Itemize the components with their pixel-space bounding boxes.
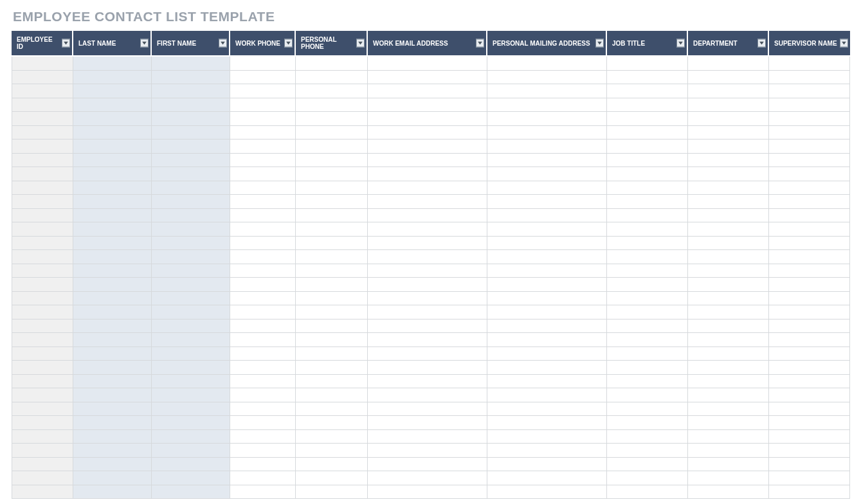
cell[interactable]	[12, 237, 73, 251]
cell[interactable]	[368, 333, 487, 347]
cell[interactable]	[688, 98, 769, 113]
cell[interactable]	[688, 195, 769, 209]
cell[interactable]	[230, 181, 296, 195]
cell[interactable]	[769, 84, 850, 98]
cell[interactable]	[487, 264, 607, 278]
cell[interactable]	[12, 458, 73, 472]
cell[interactable]	[296, 485, 368, 500]
cell[interactable]	[152, 209, 230, 223]
cell[interactable]	[296, 388, 368, 402]
filter-dropdown-icon[interactable]	[595, 39, 604, 48]
cell[interactable]	[607, 126, 688, 140]
cell[interactable]	[769, 388, 850, 402]
cell[interactable]	[368, 84, 487, 98]
cell[interactable]	[230, 292, 296, 306]
cell[interactable]	[73, 305, 152, 320]
cell[interactable]	[12, 292, 73, 306]
cell[interactable]	[152, 181, 230, 195]
cell[interactable]	[607, 57, 688, 71]
cell[interactable]	[12, 361, 73, 375]
cell[interactable]	[12, 416, 73, 430]
cell[interactable]	[230, 458, 296, 472]
cell[interactable]	[12, 98, 73, 113]
cell[interactable]	[152, 333, 230, 347]
cell[interactable]	[73, 154, 152, 168]
cell[interactable]	[230, 71, 296, 85]
cell[interactable]	[12, 209, 73, 223]
cell[interactable]	[769, 416, 850, 430]
cell[interactable]	[230, 430, 296, 444]
cell[interactable]	[296, 167, 368, 181]
cell[interactable]	[152, 444, 230, 458]
cell[interactable]	[368, 57, 487, 71]
cell[interactable]	[688, 167, 769, 181]
cell[interactable]	[152, 430, 230, 444]
cell[interactable]	[296, 222, 368, 237]
cell[interactable]	[769, 167, 850, 181]
cell[interactable]	[607, 167, 688, 181]
cell[interactable]	[296, 57, 368, 71]
cell[interactable]	[769, 250, 850, 264]
cell[interactable]	[152, 361, 230, 375]
filter-dropdown-icon[interactable]	[140, 39, 149, 48]
cell[interactable]	[73, 375, 152, 389]
cell[interactable]	[487, 388, 607, 402]
cell[interactable]	[688, 126, 769, 140]
cell[interactable]	[12, 430, 73, 444]
cell[interactable]	[769, 57, 850, 71]
cell[interactable]	[12, 154, 73, 168]
cell[interactable]	[769, 209, 850, 223]
cell[interactable]	[368, 167, 487, 181]
cell[interactable]	[73, 140, 152, 154]
filter-dropdown-icon[interactable]	[219, 39, 227, 48]
cell[interactable]	[152, 237, 230, 251]
cell[interactable]	[769, 333, 850, 347]
cell[interactable]	[73, 388, 152, 402]
cell[interactable]	[487, 209, 607, 223]
cell[interactable]	[12, 402, 73, 417]
cell[interactable]	[487, 195, 607, 209]
cell[interactable]	[769, 71, 850, 85]
cell[interactable]	[487, 375, 607, 389]
cell[interactable]	[368, 250, 487, 264]
cell[interactable]	[607, 444, 688, 458]
cell[interactable]	[230, 444, 296, 458]
cell[interactable]	[487, 237, 607, 251]
cell[interactable]	[230, 154, 296, 168]
cell[interactable]	[230, 388, 296, 402]
cell[interactable]	[607, 181, 688, 195]
cell[interactable]	[769, 181, 850, 195]
cell[interactable]	[769, 264, 850, 278]
cell[interactable]	[368, 430, 487, 444]
cell[interactable]	[769, 154, 850, 168]
filter-dropdown-icon[interactable]	[757, 39, 766, 48]
cell[interactable]	[12, 444, 73, 458]
cell[interactable]	[607, 361, 688, 375]
cell[interactable]	[296, 84, 368, 98]
cell[interactable]	[296, 278, 368, 292]
cell[interactable]	[230, 195, 296, 209]
cell[interactable]	[152, 250, 230, 264]
cell[interactable]	[368, 292, 487, 306]
cell[interactable]	[487, 84, 607, 98]
cell[interactable]	[73, 126, 152, 140]
cell[interactable]	[12, 375, 73, 389]
cell[interactable]	[230, 167, 296, 181]
cell[interactable]	[769, 430, 850, 444]
cell[interactable]	[230, 98, 296, 113]
cell[interactable]	[12, 320, 73, 334]
cell[interactable]	[12, 112, 73, 126]
cell[interactable]	[152, 485, 230, 500]
cell[interactable]	[487, 181, 607, 195]
cell[interactable]	[152, 471, 230, 485]
cell[interactable]	[368, 485, 487, 500]
cell[interactable]	[368, 126, 487, 140]
cell[interactable]	[607, 388, 688, 402]
cell[interactable]	[368, 444, 487, 458]
cell[interactable]	[152, 375, 230, 389]
cell[interactable]	[296, 347, 368, 361]
cell[interactable]	[607, 237, 688, 251]
cell[interactable]	[607, 222, 688, 237]
cell[interactable]	[487, 458, 607, 472]
cell[interactable]	[12, 471, 73, 485]
